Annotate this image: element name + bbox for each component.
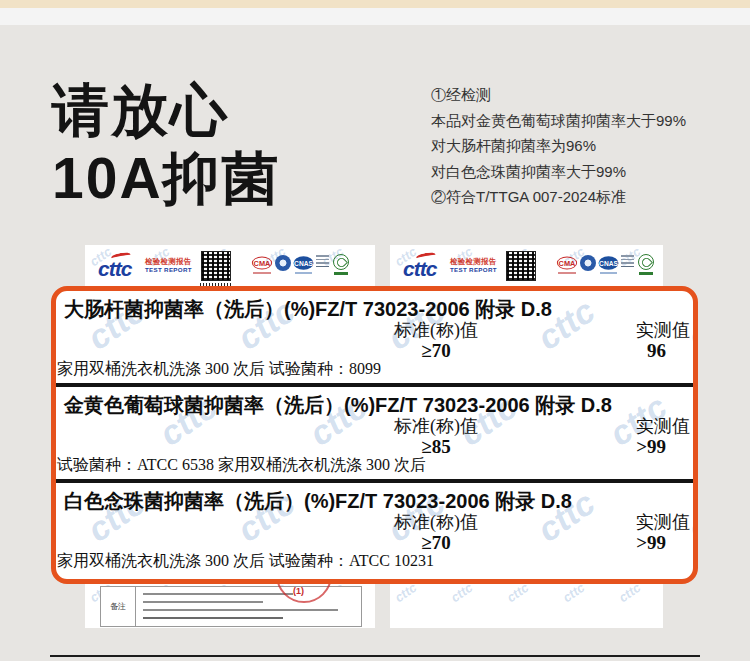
cnas-badge-subtext <box>295 272 312 274</box>
green-cert-badge <box>638 254 654 270</box>
measured-value-label: 实测值 <box>540 414 690 438</box>
accreditation-text-lines <box>316 255 329 269</box>
cma-badge-subtext <box>558 272 576 274</box>
green-cert-badge <box>333 254 349 270</box>
test-condition-note: 试验菌种：ATCC 6538 家用双桶洗衣机洗涤 300 次后 <box>57 455 426 476</box>
cma-badge: CMA <box>252 257 272 270</box>
top-light-strip <box>0 8 750 25</box>
highlighted-results-box: cttccttccttccttccttccttccttccttccttccttc… <box>51 286 698 584</box>
cnas-badge: CNAS <box>294 256 314 269</box>
page-title: 请放心 10A抑菌 <box>52 76 281 212</box>
claim-line: 对大肠杆菌抑菌率为96% <box>431 133 686 159</box>
qr-code-icon <box>202 252 230 280</box>
test-condition-note: 家用双桶洗衣机洗涤 300 次后 试验菌种：8099 <box>57 359 381 380</box>
claim-line: ②符合T/TTGA 007-2024标准 <box>431 184 686 210</box>
remark-label: 备注 <box>101 587 136 626</box>
report-title-en: TEST REPORT <box>450 267 487 274</box>
qr-code-icon <box>507 252 535 280</box>
result-row-ecoli: 大肠杆菌抑菌率（洗后）(%)FZ/T 73023-2006 附录 D.8 标准(… <box>56 291 693 383</box>
measured-value: >99 <box>526 436 666 458</box>
claim-line: ①经检测 <box>431 82 686 108</box>
cma-badge-subtext <box>253 272 271 274</box>
report-title-cn: 检验检测报告 <box>145 258 182 267</box>
test-condition-note: 家用双桶洗衣机洗涤 300 次后 试验菌种：ATCC 10231 <box>57 551 434 572</box>
green-cert-subtext <box>639 272 653 275</box>
standard-value-label: 标准(称)值 <box>336 510 536 534</box>
standard-value-label: 标准(称)值 <box>336 414 536 438</box>
cnas-badge-subtext <box>600 272 617 274</box>
report-title-block: 检验检测报告 TEST REPORT <box>450 258 487 274</box>
green-cert-subtext <box>334 272 348 275</box>
report-title-cn: 检验检测报告 <box>450 258 487 267</box>
top-beige-strip <box>0 0 750 8</box>
accreditation-text-lines <box>621 255 634 269</box>
cma-badge: CMA <box>557 257 577 270</box>
standard-value-label: 标准(称)值 <box>336 318 536 342</box>
headline-line1: 请放心 <box>52 76 281 144</box>
measured-value-label: 实测值 <box>540 510 690 534</box>
measured-value: >99 <box>526 532 666 554</box>
measured-value-label: 实测值 <box>540 318 690 342</box>
result-sections: 大肠杆菌抑菌率（洗后）(%)FZ/T 73023-2006 附录 D.8 标准(… <box>56 291 693 579</box>
stamp-number: (1) <box>293 586 304 596</box>
result-row-candida: 白色念珠菌抑菌率（洗后）(%)FZ/T 73023-2006 附录 D.8 标准… <box>56 483 693 579</box>
ilac-mra-badge <box>580 255 596 271</box>
promo-page: 请放心 10A抑菌 ①经检测 本品对金黄色葡萄球菌抑菌率大于99% 对大肠杆菌抑… <box>0 0 750 661</box>
cnas-badge: CNAS <box>599 256 619 269</box>
bottom-divider-line <box>50 655 700 657</box>
claim-line: 本品对金黄色葡萄球菌抑菌率大于99% <box>431 108 686 134</box>
headline-line2: 10A抑菌 <box>52 144 281 212</box>
remark-text-lines <box>143 593 353 625</box>
result-row-staph: 金黄色葡萄球菌抑菌率（洗后）(%)FZ/T 73023-2006 附录 D.8 … <box>56 387 693 479</box>
claim-line: 对白色念珠菌抑菌率大于99% <box>431 159 686 185</box>
ilac-mra-badge <box>275 255 291 271</box>
report-title-block: 检验检测报告 TEST REPORT <box>145 258 182 274</box>
test-claims: ①经检测 本品对金黄色葡萄球菌抑菌率大于99% 对大肠杆菌抑菌率为96% 对白色… <box>431 82 686 210</box>
measured-value: 96 <box>526 340 666 362</box>
report-title-en: TEST REPORT <box>145 267 182 274</box>
